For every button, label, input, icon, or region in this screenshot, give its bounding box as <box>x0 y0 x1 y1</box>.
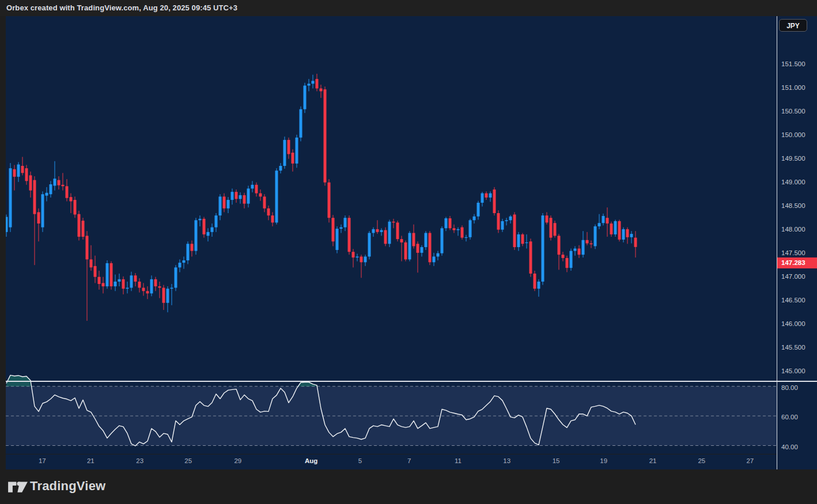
candle-body <box>546 215 549 222</box>
candle-body <box>66 186 69 198</box>
candle-body <box>469 220 472 237</box>
candle-body <box>429 233 432 262</box>
candle-body <box>13 169 16 177</box>
candle-body <box>175 267 177 287</box>
candle-body <box>37 212 40 223</box>
price-axis[interactable]: JPY 147.283 151.500151.000150.500150.000… <box>777 16 817 469</box>
candle-body <box>9 168 12 228</box>
price-axis-label: 148.500 <box>781 202 805 210</box>
symbol-badge-label: JPY <box>786 22 800 30</box>
attribution-bar: Orbex created with TradingView.com, Aug … <box>0 0 817 16</box>
candle-body <box>360 256 363 262</box>
candle-body <box>122 279 125 289</box>
candle-body <box>376 229 379 232</box>
candle-body <box>574 249 577 251</box>
candle-body <box>594 226 597 246</box>
rsi-axis-label: 40.00 <box>781 443 798 451</box>
candle-body <box>493 190 496 213</box>
price-and-rsi-panes[interactable] <box>6 16 777 454</box>
candle-body <box>598 223 601 226</box>
candle-body <box>590 243 593 244</box>
candle-body <box>130 275 133 287</box>
time-axis-label: 7 <box>407 457 411 464</box>
candle-body <box>243 195 246 204</box>
time-axis[interactable]: 1721232529Aug5711131519212527 <box>6 454 777 469</box>
time-axis-label: 23 <box>136 457 143 464</box>
time-axis-label: 19 <box>600 457 607 464</box>
candle-body <box>300 109 302 138</box>
candle-body <box>542 215 544 282</box>
candle-body <box>275 170 278 222</box>
candle-body <box>171 288 173 289</box>
attribution-text: Orbex created with TradingView.com, Aug … <box>6 0 237 16</box>
candle-body <box>138 282 141 288</box>
candle-body <box>602 216 605 223</box>
candle-body <box>316 79 319 88</box>
candle-body <box>445 218 448 228</box>
candle-body <box>183 260 186 263</box>
price-axis-label: 145.500 <box>781 343 805 351</box>
candle-body <box>610 223 613 234</box>
candle-body <box>6 217 8 232</box>
time-axis-label: 25 <box>698 457 705 464</box>
candle-body <box>566 258 569 268</box>
candle-body <box>227 200 230 209</box>
candle-body <box>292 153 294 164</box>
candle-body <box>106 263 109 286</box>
symbol-badge[interactable]: JPY <box>779 19 807 32</box>
candle-body <box>388 222 391 244</box>
candle-body <box>251 185 254 189</box>
price-axis-label: 151.000 <box>781 84 805 92</box>
tradingview-logo-icon <box>8 480 28 495</box>
candle-body <box>102 283 105 286</box>
candle-body <box>288 140 290 154</box>
candle-body <box>372 229 375 233</box>
candle-body <box>70 197 73 201</box>
candle-body <box>453 228 456 230</box>
candle-body <box>618 221 621 240</box>
candle-body <box>17 165 20 177</box>
pane-separator[interactable] <box>6 381 817 382</box>
candle-body <box>142 288 145 291</box>
candle-body <box>78 214 81 237</box>
tradingview-logo-text: TradingView <box>30 479 105 494</box>
candle-body <box>505 220 508 221</box>
candle-body <box>384 230 387 244</box>
time-axis-label: 29 <box>234 457 241 464</box>
candle-body <box>433 256 436 262</box>
candle-body <box>529 241 532 274</box>
candle-body <box>392 222 395 223</box>
candle-body <box>263 196 266 209</box>
price-axis-label: 151.500 <box>781 60 805 68</box>
price-axis-label: 147.000 <box>781 272 805 281</box>
price-axis-label: 146.500 <box>781 296 805 304</box>
candle-body <box>90 259 93 267</box>
candle-body <box>570 251 573 268</box>
candle-body <box>400 239 403 242</box>
candle-body <box>582 240 585 255</box>
candle-body <box>110 263 113 286</box>
candle-body <box>223 196 226 209</box>
time-axis-label: 21 <box>649 457 657 464</box>
candle-body <box>481 194 484 203</box>
candle-body <box>58 180 60 185</box>
candle-body <box>626 229 629 237</box>
rsi-axis-label: 80.00 <box>781 384 798 392</box>
candle-body <box>408 233 411 259</box>
time-axis-label: 15 <box>553 457 560 464</box>
candle-body <box>283 140 286 166</box>
candle-body <box>235 192 238 199</box>
time-axis-label: 25 <box>184 457 192 464</box>
candle-body <box>158 286 161 287</box>
candle-body <box>457 229 460 230</box>
time-axis-label: 5 <box>358 457 362 464</box>
candle-body <box>622 229 625 240</box>
candle-body <box>74 200 77 214</box>
candle-body <box>473 217 476 221</box>
candle-body <box>203 219 206 234</box>
price-axis-label: 150.500 <box>781 107 805 115</box>
candle-body <box>82 221 85 237</box>
candle-body <box>332 218 335 241</box>
candle-body <box>586 240 589 244</box>
candle-body <box>380 230 383 232</box>
